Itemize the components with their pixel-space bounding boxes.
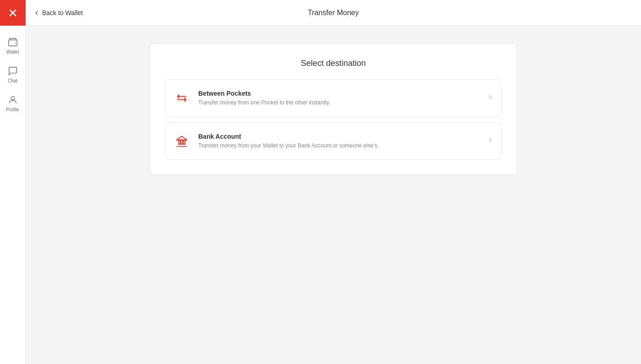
chat-icon (7, 65, 18, 76)
header: Back to Wallet Transfer Money (26, 0, 641, 26)
between-pockets-title: Between Pockets (198, 90, 487, 97)
bank-account-option[interactable]: Bank Account Transfer money from your Wa… (165, 122, 502, 160)
between-pockets-chevron-icon (487, 93, 494, 103)
sidebar-item-chat[interactable]: Chat (1, 62, 24, 87)
between-pockets-option[interactable]: Between Pockets Transfer money from one … (165, 79, 502, 117)
between-pockets-desc: Transfer money from one Pocket to the ot… (198, 99, 487, 107)
sidebar-item-chat-label: Chat (8, 78, 17, 83)
back-button[interactable]: Back to Wallet (26, 5, 90, 20)
page-title: Transfer Money (308, 9, 359, 17)
svg-rect-0 (8, 40, 16, 46)
svg-rect-5 (184, 140, 185, 144)
select-destination-card: Select destination Between Pockets Trans… (150, 44, 516, 174)
between-pockets-text: Between Pockets Transfer money from one … (198, 90, 487, 107)
wallet-icon (7, 37, 18, 48)
bank-account-chevron-icon (487, 136, 494, 146)
sidebar-item-wallet[interactable]: Wallet (1, 33, 24, 58)
back-label: Back to Wallet (42, 9, 83, 16)
logo-button[interactable] (0, 0, 26, 26)
svg-point-2 (11, 97, 14, 100)
section-title: Select destination (165, 59, 502, 68)
svg-point-1 (14, 43, 15, 43)
main-content: Back to Wallet Transfer Money Select des… (26, 0, 641, 364)
sidebar-nav: Wallet Chat Profile (0, 26, 25, 116)
profile-icon (7, 94, 18, 105)
content-area: Select destination Between Pockets Trans… (26, 26, 641, 364)
bank-account-text: Bank Account Transfer money from your Wa… (198, 133, 487, 150)
sidebar-item-profile-label: Profile (6, 107, 19, 112)
sidebar: Wallet Chat Profile (0, 0, 26, 364)
sidebar-item-profile[interactable]: Profile (1, 91, 24, 116)
back-chevron-icon (33, 9, 40, 16)
bank-account-title: Bank Account (198, 133, 487, 140)
bank-icon (173, 132, 191, 150)
sidebar-item-wallet-label: Wallet (6, 49, 19, 54)
svg-rect-4 (181, 140, 183, 144)
bank-account-desc: Transfer money from your Wallet to your … (198, 142, 487, 150)
pockets-transfer-icon (173, 89, 191, 107)
svg-rect-3 (179, 140, 180, 144)
